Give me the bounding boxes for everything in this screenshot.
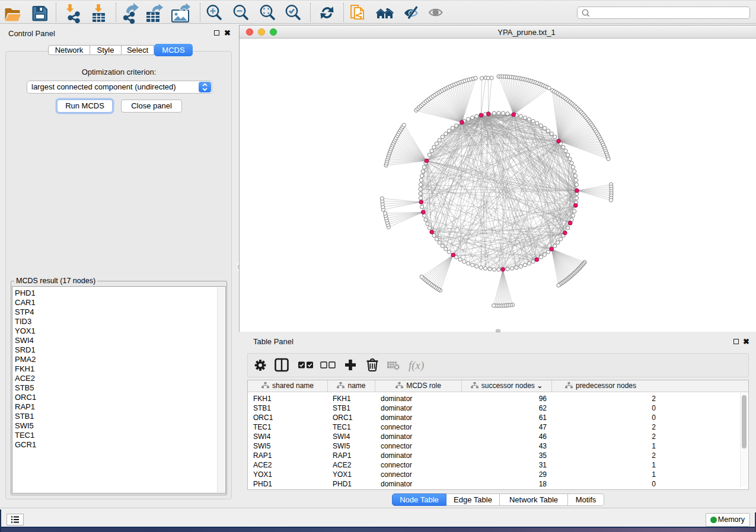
svg-text:f(x): f(x)	[409, 359, 424, 372]
